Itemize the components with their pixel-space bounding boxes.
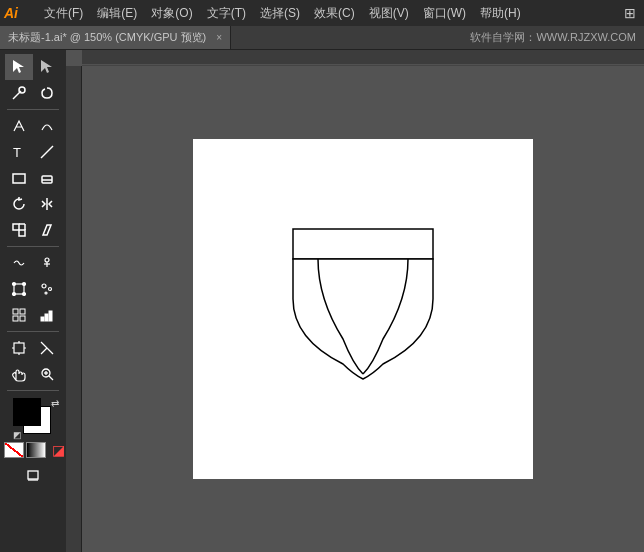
svg-point-23 xyxy=(49,288,52,291)
website-info: 软件自学网：WWW.RJZXW.COM xyxy=(231,30,644,45)
tab-close-button[interactable]: × xyxy=(216,32,222,43)
svg-rect-25 xyxy=(13,309,18,314)
menu-help[interactable]: 帮助(H) xyxy=(474,3,527,24)
type-tool-button[interactable]: T xyxy=(5,139,33,165)
shear-tool-button[interactable] xyxy=(33,217,61,243)
svg-rect-27 xyxy=(13,316,18,321)
tool-row-graph xyxy=(0,302,66,328)
color-area: ⇄ ◩ ◪ xyxy=(0,398,66,458)
screen-mode-button[interactable] xyxy=(19,462,47,488)
swap-colors-icon[interactable]: ⇄ xyxy=(51,398,59,409)
menu-bar: Ai 文件(F) 编辑(E) 对象(O) 文字(T) 选择(S) 效果(C) 视… xyxy=(0,0,644,26)
svg-rect-10 xyxy=(13,224,19,230)
svg-rect-31 xyxy=(49,311,52,321)
svg-rect-29 xyxy=(41,317,44,321)
svg-rect-46 xyxy=(293,229,433,259)
symbol-sprayer-button[interactable] xyxy=(33,276,61,302)
zoom-tool-button[interactable] xyxy=(33,361,61,387)
svg-point-3 xyxy=(19,87,25,93)
svg-point-18 xyxy=(13,283,16,286)
menu-file[interactable]: 文件(F) xyxy=(38,3,89,24)
tab-bar: 未标题-1.ai* @ 150% (CMYK/GPU 预览) × 软件自学网：W… xyxy=(0,26,644,50)
eraser-tool-button[interactable] xyxy=(33,165,61,191)
svg-text:T: T xyxy=(13,145,21,160)
svg-point-21 xyxy=(23,293,26,296)
hand-tool-button[interactable] xyxy=(5,361,33,387)
curvature-tool-button[interactable] xyxy=(33,113,61,139)
selection-tool-button[interactable] xyxy=(5,54,33,80)
canvas-area: // tick marks drawn via CSS only xyxy=(66,50,644,552)
line-tool-button[interactable] xyxy=(33,139,61,165)
pen-tool-button[interactable] xyxy=(5,113,33,139)
separator-4 xyxy=(7,390,59,391)
svg-point-20 xyxy=(13,293,16,296)
default-colors-icon[interactable]: ◩ xyxy=(13,430,22,440)
tool-row-pen xyxy=(0,113,66,139)
svg-point-19 xyxy=(23,283,26,286)
menu-edit[interactable]: 编辑(E) xyxy=(91,3,143,24)
menu-type[interactable]: 文字(T) xyxy=(201,3,252,24)
stroke-mode-button[interactable]: ◪ xyxy=(48,442,68,458)
tool-row-selection xyxy=(0,54,66,80)
separator-3 xyxy=(7,331,59,332)
menu-object[interactable]: 对象(O) xyxy=(145,3,198,24)
separator-2 xyxy=(7,246,59,247)
free-transform-button[interactable] xyxy=(5,276,33,302)
none-indicator xyxy=(4,442,24,458)
tool-row-symbol xyxy=(0,276,66,302)
tool-row-artboard xyxy=(0,335,66,361)
svg-point-24 xyxy=(45,292,47,294)
tool-row-warp xyxy=(0,250,66,276)
rectangle-tool-button[interactable] xyxy=(5,165,33,191)
tool-row-hand xyxy=(0,361,66,387)
menu-select[interactable]: 选择(S) xyxy=(254,3,306,24)
menu-window[interactable]: 窗口(W) xyxy=(417,3,472,24)
rotate-tool-button[interactable] xyxy=(5,191,33,217)
svg-point-22 xyxy=(42,284,46,288)
menu-effect[interactable]: 效果(C) xyxy=(308,3,361,24)
tab-title: 未标题-1.ai* @ 150% (CMYK/GPU 预览) xyxy=(8,30,206,45)
ruler-left xyxy=(66,66,82,552)
workspace-switcher-icon[interactable]: ⊞ xyxy=(620,5,640,21)
warp-tool-button[interactable] xyxy=(5,250,33,276)
direct-selection-tool-button[interactable] xyxy=(33,54,61,80)
reflect-tool-button[interactable] xyxy=(33,191,61,217)
tool-row-rotate xyxy=(0,191,66,217)
artboard-tool-button[interactable] xyxy=(5,335,33,361)
tool-row-shape xyxy=(0,165,66,191)
artboard xyxy=(193,139,533,479)
ruler-top: // tick marks drawn via CSS only xyxy=(82,50,644,66)
slice-tool-button[interactable] xyxy=(33,335,61,361)
puppet-warp-button[interactable] xyxy=(33,250,61,276)
color-mode-row: ◪ xyxy=(4,442,68,458)
svg-rect-6 xyxy=(13,174,25,183)
scale-tool-button[interactable] xyxy=(5,217,33,243)
svg-line-38 xyxy=(41,348,47,354)
app-logo: Ai xyxy=(4,5,28,21)
document-tab[interactable]: 未标题-1.ai* @ 150% (CMYK/GPU 预览) × xyxy=(0,26,231,49)
svg-rect-28 xyxy=(20,316,25,321)
tool-row-type: T xyxy=(0,139,66,165)
tool-row-screenmode xyxy=(0,462,66,488)
svg-rect-11 xyxy=(19,230,25,236)
svg-line-40 xyxy=(49,376,53,380)
graph-tool-button[interactable] xyxy=(33,302,61,328)
svg-rect-32 xyxy=(14,343,24,353)
svg-point-14 xyxy=(45,258,49,262)
menu-view[interactable]: 视图(V) xyxy=(363,3,415,24)
fill-none-button[interactable] xyxy=(4,442,24,458)
svg-rect-30 xyxy=(45,314,48,321)
left-toolbar: T xyxy=(0,50,66,552)
svg-rect-43 xyxy=(28,471,38,479)
separator-1 xyxy=(7,109,59,110)
tool-row-scale xyxy=(0,217,66,243)
color-swatches: ⇄ ◩ xyxy=(13,398,59,440)
perspective-grid-button[interactable] xyxy=(5,302,33,328)
lasso-tool-button[interactable] xyxy=(33,80,61,106)
gradient-button[interactable] xyxy=(26,442,46,458)
svg-rect-26 xyxy=(20,309,25,314)
canvas-content xyxy=(82,66,644,552)
foreground-color-swatch[interactable] xyxy=(13,398,41,426)
magic-wand-tool-button[interactable] xyxy=(5,80,33,106)
svg-rect-17 xyxy=(14,284,24,294)
